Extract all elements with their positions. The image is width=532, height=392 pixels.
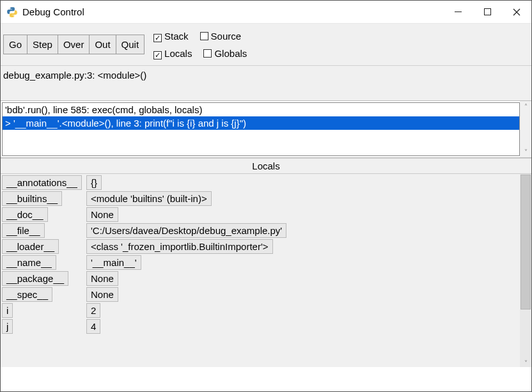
globals-checkbox[interactable] — [203, 49, 212, 58]
stack-scrollbar[interactable]: ˄ ˅ — [520, 101, 531, 157]
window-title: Debug Control — [22, 6, 84, 17]
locals-value[interactable]: <module 'builtins' (built-in)> — [86, 191, 212, 206]
over-button[interactable]: Over — [58, 35, 90, 54]
step-button[interactable]: Step — [27, 35, 58, 54]
locals-value[interactable]: <class '_frozen_importlib.BuiltinImporte… — [86, 239, 273, 254]
minimize-button[interactable] — [443, 1, 473, 24]
locals-value[interactable]: None — [86, 271, 118, 286]
locals-value[interactable]: None — [86, 287, 118, 302]
status-line: debug_example.py:3: <module>() — [1, 66, 531, 100]
stack-row[interactable]: 'bdb'.run(), line 585: exec(cmd, globals… — [3, 103, 519, 116]
source-checkbox[interactable] — [200, 32, 208, 40]
locals-row: j4 — [2, 319, 519, 334]
locals-scrollbar[interactable]: ˅ — [520, 174, 531, 367]
locals-row: __doc__None — [2, 207, 519, 222]
locals-row: __annotations__{} — [2, 175, 519, 190]
maximize-button[interactable] — [473, 1, 502, 24]
stack-list[interactable]: 'bdb'.run(), line 585: exec(cmd, globals… — [2, 102, 520, 156]
locals-key[interactable]: i — [2, 303, 13, 318]
stack-checkbox[interactable] — [153, 34, 162, 42]
locals-value[interactable]: 4 — [86, 319, 100, 334]
stack-panel: 'bdb'.run(), line 585: exec(cmd, globals… — [1, 100, 531, 158]
locals-key[interactable]: __package__ — [2, 271, 68, 286]
locals-panel: __annotations__{}__builtins__<module 'bu… — [1, 174, 531, 367]
locals-key[interactable]: __file__ — [2, 223, 45, 238]
scroll-down-icon: ˅ — [520, 359, 531, 367]
quit-button[interactable]: Quit — [116, 35, 145, 54]
titlebar: Debug Control — [1, 1, 531, 24]
locals-label: Locals — [164, 48, 192, 59]
source-label: Source — [211, 31, 242, 42]
locals-key[interactable]: __doc__ — [2, 207, 48, 222]
locals-key[interactable]: __spec__ — [2, 287, 52, 302]
scroll-up-icon: ˄ — [524, 102, 528, 111]
svg-rect-3 — [484, 9, 490, 15]
out-button[interactable]: Out — [89, 35, 115, 54]
locals-row: __name__'__main__' — [2, 255, 519, 270]
locals-key[interactable]: __loader__ — [2, 239, 59, 254]
locals-row: __package__None — [2, 271, 519, 286]
locals-row: i2 — [2, 303, 519, 318]
locals-row: __file__'C:/Users/davea/Desktop/debug_ex… — [2, 223, 519, 238]
scroll-down-icon: ˅ — [524, 148, 528, 156]
locals-table[interactable]: __annotations__{}__builtins__<module 'bu… — [1, 174, 520, 367]
locals-key[interactable]: __name__ — [2, 255, 56, 270]
go-button[interactable]: Go — [3, 35, 27, 54]
locals-value[interactable]: {} — [86, 175, 102, 190]
locals-key[interactable]: __annotations__ — [2, 175, 82, 190]
stack-row[interactable]: > '__main__'.<module>(), line 3: print(f… — [3, 116, 519, 130]
locals-key[interactable]: j — [2, 319, 13, 334]
svg-point-0 — [10, 8, 11, 8]
locals-key[interactable]: __builtins__ — [2, 191, 62, 206]
stack-label: Stack — [164, 31, 189, 42]
scrollbar-thumb[interactable] — [520, 175, 531, 310]
locals-value[interactable]: 2 — [86, 303, 100, 318]
close-button[interactable] — [502, 1, 531, 24]
view-options: Stack Source Locals Globals — [147, 24, 247, 65]
locals-value[interactable]: '__main__' — [86, 255, 141, 270]
locals-value[interactable]: 'C:/Users/davea/Desktop/debug_example.py… — [86, 223, 286, 238]
python-icon — [6, 6, 19, 19]
globals-label: Globals — [214, 48, 247, 59]
locals-row: __loader__<class '_frozen_importlib.Buil… — [2, 239, 519, 254]
locals-row: __spec__None — [2, 287, 519, 302]
locals-value[interactable]: None — [86, 207, 118, 222]
locals-header: Locals — [1, 158, 531, 174]
debug-buttons: Go Step Over Out Quit — [1, 24, 147, 65]
svg-point-1 — [13, 15, 14, 16]
toolbar: Go Step Over Out Quit Stack Source Local… — [1, 24, 531, 66]
locals-checkbox[interactable] — [153, 51, 162, 59]
locals-row: __builtins__<module 'builtins' (built-in… — [2, 191, 519, 206]
